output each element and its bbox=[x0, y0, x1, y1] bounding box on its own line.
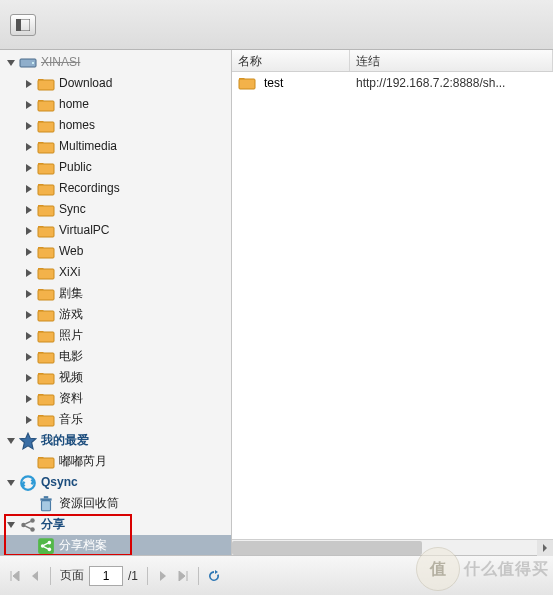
tree-folder[interactable]: homes bbox=[0, 115, 231, 136]
tree-folder[interactable]: XiXi bbox=[0, 262, 231, 283]
expand-icon[interactable] bbox=[24, 310, 34, 320]
grid-body: test http://192.168.7.2:8888/sh... bbox=[232, 72, 553, 539]
drive-icon bbox=[19, 55, 37, 71]
expand-icon[interactable] bbox=[24, 205, 34, 215]
tree-share[interactable]: 分享 bbox=[0, 514, 231, 535]
expand-icon[interactable] bbox=[24, 247, 34, 257]
folder-icon bbox=[37, 307, 55, 323]
recycle-bin-icon bbox=[37, 496, 55, 512]
svg-point-26 bbox=[21, 522, 26, 527]
folder-icon bbox=[37, 391, 55, 407]
share-file-icon bbox=[37, 538, 55, 554]
folder-icon bbox=[37, 160, 55, 176]
svg-rect-15 bbox=[38, 311, 54, 321]
folder-tree-sidebar: XINASIDownloadhomehomesMultimediaPublicR… bbox=[0, 50, 232, 555]
tree-folder[interactable]: 视频 bbox=[0, 367, 231, 388]
svg-rect-16 bbox=[38, 332, 54, 342]
tree-qsync-item[interactable]: 资源回收筒 bbox=[0, 493, 231, 514]
expand-icon[interactable] bbox=[24, 163, 34, 173]
tree-qsync[interactable]: Qsync bbox=[0, 472, 231, 493]
tree-folder[interactable]: 游戏 bbox=[0, 304, 231, 325]
folder-icon bbox=[37, 286, 55, 302]
svg-rect-11 bbox=[38, 227, 54, 237]
svg-rect-13 bbox=[38, 269, 54, 279]
refresh-button[interactable] bbox=[205, 567, 223, 585]
collapse-icon[interactable] bbox=[6, 436, 16, 446]
folder-icon bbox=[37, 244, 55, 260]
folder-icon bbox=[37, 412, 55, 428]
svg-rect-17 bbox=[38, 353, 54, 363]
expand-icon[interactable] bbox=[24, 373, 34, 383]
tree-folder[interactable]: VirtualPC bbox=[0, 220, 231, 241]
folder-icon bbox=[37, 76, 55, 92]
tree-folder[interactable]: home bbox=[0, 94, 231, 115]
expand-icon[interactable] bbox=[24, 352, 34, 362]
page-label: 页面 bbox=[57, 567, 87, 584]
svg-rect-10 bbox=[38, 206, 54, 216]
folder-icon bbox=[37, 454, 55, 470]
page-prev-button[interactable] bbox=[26, 567, 44, 585]
watermark: 值 什么值得买 bbox=[416, 547, 549, 591]
table-row[interactable]: test http://192.168.7.2:8888/sh... bbox=[232, 72, 553, 94]
expand-icon[interactable] bbox=[24, 142, 34, 152]
svg-rect-25 bbox=[44, 496, 49, 498]
expand-icon[interactable] bbox=[24, 79, 34, 89]
tree-folder[interactable]: 资料 bbox=[0, 388, 231, 409]
collapse-icon[interactable] bbox=[6, 478, 16, 488]
scrollbar-thumb[interactable] bbox=[232, 541, 422, 555]
watermark-text: 什么值得买 bbox=[464, 559, 549, 580]
expand-icon[interactable] bbox=[24, 289, 34, 299]
tree-share-item[interactable]: 分享档案 bbox=[0, 535, 231, 555]
cell-link: http://192.168.7.2:8888/sh... bbox=[350, 76, 553, 90]
expand-icon[interactable] bbox=[24, 268, 34, 278]
collapse-icon[interactable] bbox=[6, 520, 16, 530]
tree-folder[interactable]: Public bbox=[0, 157, 231, 178]
tree-favorites[interactable]: 我的最爱 bbox=[0, 430, 231, 451]
watermark-badge: 值 bbox=[416, 547, 460, 591]
content-pane: 名称 连结 test http://192.168.7.2:8888/sh... bbox=[232, 50, 553, 555]
folder-icon bbox=[37, 118, 55, 134]
svg-rect-24 bbox=[40, 498, 51, 500]
folder-icon bbox=[238, 75, 256, 91]
expand-icon[interactable] bbox=[24, 415, 34, 425]
column-header-link[interactable]: 连结 bbox=[350, 50, 553, 71]
tree-folder[interactable]: Recordings bbox=[0, 178, 231, 199]
page-first-button[interactable] bbox=[6, 567, 24, 585]
svg-rect-36 bbox=[239, 79, 255, 89]
svg-rect-5 bbox=[38, 101, 54, 111]
tree-folder[interactable]: 剧集 bbox=[0, 283, 231, 304]
folder-icon bbox=[37, 181, 55, 197]
expand-icon[interactable] bbox=[24, 331, 34, 341]
qsync-icon bbox=[19, 475, 37, 491]
tree-folder[interactable]: 电影 bbox=[0, 346, 231, 367]
svg-rect-23 bbox=[42, 500, 51, 510]
folder-icon bbox=[37, 349, 55, 365]
column-header-name[interactable]: 名称 bbox=[232, 50, 350, 71]
tree-folder[interactable]: Sync bbox=[0, 199, 231, 220]
tree-folder[interactable]: Download bbox=[0, 73, 231, 94]
svg-rect-9 bbox=[38, 185, 54, 195]
share-icon bbox=[19, 517, 37, 533]
page-number-input[interactable] bbox=[89, 566, 123, 586]
collapse-icon[interactable] bbox=[6, 58, 16, 68]
expand-icon[interactable] bbox=[24, 184, 34, 194]
tree-folder[interactable]: Multimedia bbox=[0, 136, 231, 157]
folder-icon bbox=[37, 223, 55, 239]
tree-folder[interactable]: 照片 bbox=[0, 325, 231, 346]
expand-icon[interactable] bbox=[24, 121, 34, 131]
tree-folder[interactable]: 音乐 bbox=[0, 409, 231, 430]
expand-icon[interactable] bbox=[24, 394, 34, 404]
window-layout-button[interactable] bbox=[10, 14, 36, 36]
folder-icon bbox=[37, 265, 55, 281]
tree-favorite-item[interactable]: 嘟嘟芮月 bbox=[0, 451, 231, 472]
page-next-button[interactable] bbox=[154, 567, 172, 585]
folder-icon bbox=[37, 328, 55, 344]
page-last-button[interactable] bbox=[174, 567, 192, 585]
folder-icon bbox=[37, 202, 55, 218]
folder-icon bbox=[37, 97, 55, 113]
star-icon bbox=[19, 433, 37, 449]
expand-icon[interactable] bbox=[24, 100, 34, 110]
tree-volume[interactable]: XINASI bbox=[0, 52, 231, 73]
tree-folder[interactable]: Web bbox=[0, 241, 231, 262]
expand-icon[interactable] bbox=[24, 226, 34, 236]
